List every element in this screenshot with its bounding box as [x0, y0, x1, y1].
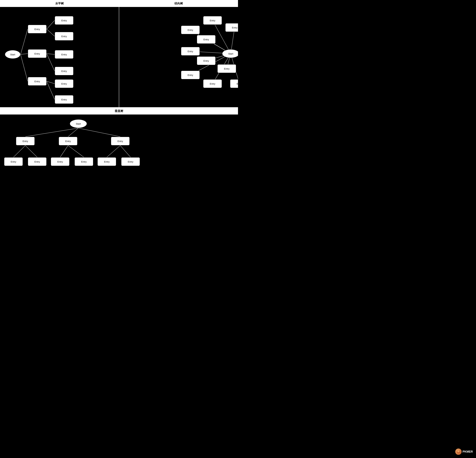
v-l2-3: Entry: [51, 157, 70, 166]
svg-line-4: [47, 29, 55, 36]
vertical-tree-body: Start Entry Entry Entry Entry Entry Entr…: [0, 115, 238, 183]
svg-line-5: [47, 54, 55, 54]
h-l1-2: Entry: [28, 49, 47, 58]
svg-line-24: [60, 145, 68, 157]
horizontal-tree-body: Start Entry Entry Entry Entry Entry: [0, 7, 119, 107]
h-l1-3: Entry: [28, 77, 47, 86]
r-node-8: Entry: [203, 79, 222, 88]
svg-line-22: [13, 145, 25, 157]
svg-line-1: [21, 54, 28, 54]
v-l1-3: Entry: [111, 137, 130, 145]
svg-line-20: [68, 128, 78, 137]
v-l2-1: Entry: [4, 157, 23, 166]
main-container: 水平树: [0, 0, 238, 183]
r-node-7: Entry: [181, 71, 200, 79]
r-node-4: Entry: [181, 25, 200, 34]
h-l2-6: Entry: [55, 95, 74, 104]
radial-tree-panel: 径向树 Start: [119, 0, 238, 107]
v-l2-6: Entry: [121, 157, 140, 166]
v-start-node: Start: [70, 119, 87, 128]
h-start-node: Start: [5, 50, 21, 59]
v-l1-1: Entry: [16, 137, 35, 145]
r-start-node: Start: [222, 49, 238, 58]
svg-line-2: [21, 54, 28, 81]
horizontal-tree-title: 水平树: [0, 0, 119, 7]
svg-line-0: [21, 29, 28, 54]
radial-tree-body: Start Entry Entry Entry Entry Entry: [119, 7, 238, 107]
svg-line-25: [68, 145, 84, 157]
vertical-tree-title: 垂直树: [0, 108, 238, 115]
v-l1-2: Entry: [59, 137, 77, 145]
h-l2-1: Entry: [55, 16, 74, 25]
svg-line-23: [25, 145, 37, 157]
h-l2-2: Entry: [55, 32, 74, 41]
v-l2-2: Entry: [28, 157, 47, 166]
h-l1-1: Entry: [28, 25, 47, 33]
svg-line-8: [47, 81, 55, 100]
r-node-3: Entry: [197, 35, 216, 44]
v-l2-4: Entry: [74, 157, 93, 166]
top-section: 水平树: [0, 0, 238, 108]
r-node-2: Entry: [225, 23, 238, 32]
r-node-5: Entry: [181, 47, 200, 56]
v-l2-5: Entry: [97, 157, 116, 166]
svg-line-7: [47, 81, 55, 84]
horizontal-tree-panel: 水平树: [0, 0, 119, 107]
r-node-9: Entry: [217, 64, 236, 73]
vertical-tree-section: 垂直树 Start E: [0, 108, 238, 183]
svg-line-27: [120, 145, 131, 157]
h-l2-4: Entry: [55, 67, 74, 75]
r-node-6: Entry: [197, 56, 216, 65]
svg-line-26: [107, 145, 120, 157]
h-l2-3: Entry: [55, 50, 74, 59]
svg-line-3: [47, 20, 55, 29]
svg-line-6: [47, 54, 55, 71]
vertical-tree-lines: [0, 115, 238, 183]
svg-line-21: [78, 128, 120, 137]
r-node-1: Entry: [203, 16, 222, 25]
r-node-10: Entry: [230, 79, 238, 88]
radial-tree-title: 径向树: [119, 0, 238, 7]
h-l2-5: Entry: [55, 79, 74, 88]
svg-line-19: [25, 128, 78, 137]
